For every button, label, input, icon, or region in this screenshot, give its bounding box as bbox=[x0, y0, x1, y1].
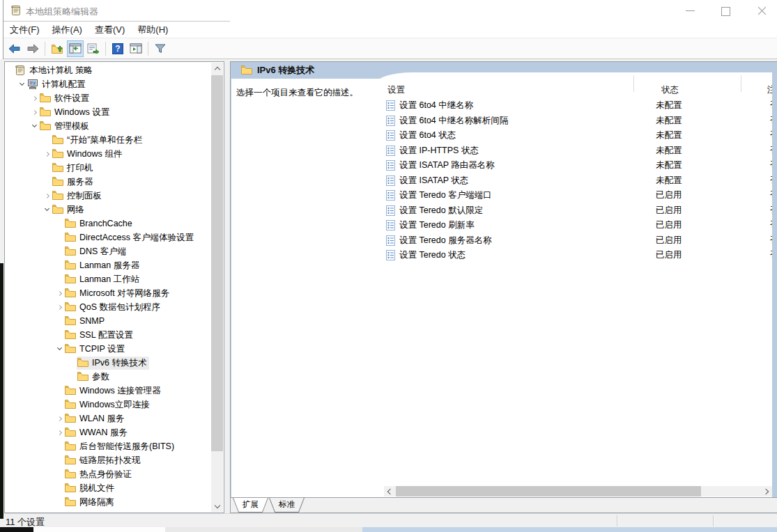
tree-item[interactable]: 软件设置 bbox=[5, 91, 211, 105]
tree-item[interactable]: IPv6 转换技术 bbox=[5, 356, 211, 370]
tree-item[interactable]: “开始”菜单和任务栏 bbox=[5, 133, 211, 147]
column-separator[interactable] bbox=[741, 75, 741, 92]
policy-setting-row[interactable]: 设置 Teredo 默认限定 已启用 否 bbox=[377, 203, 772, 219]
tree-item[interactable]: Windows 组件 bbox=[5, 147, 211, 161]
tree-item-label: 软件设置 bbox=[54, 93, 89, 104]
scroll-left-icon[interactable] bbox=[384, 486, 394, 496]
view-tab[interactable]: 标准 bbox=[269, 498, 305, 513]
tree-item-label: 脱机文件 bbox=[79, 483, 114, 494]
expand-chevron-icon[interactable] bbox=[55, 348, 64, 350]
back-icon[interactable] bbox=[6, 40, 23, 57]
expand-chevron-icon[interactable] bbox=[55, 292, 64, 295]
expand-chevron-icon[interactable] bbox=[17, 84, 26, 85]
scroll-right-icon[interactable] bbox=[762, 486, 772, 496]
tree-item[interactable]: 脱机文件 bbox=[5, 481, 211, 495]
tree-item-label: 链路层拓扑发现 bbox=[79, 455, 141, 467]
policy-setting-row[interactable]: 设置 Teredo 客户端端口 已启用 否 bbox=[377, 188, 772, 203]
list-horizontal-scrollbar[interactable] bbox=[384, 486, 772, 496]
tree-item[interactable]: 管理模板 bbox=[5, 119, 211, 133]
expand-chevron-icon[interactable] bbox=[30, 97, 39, 100]
close-button[interactable] bbox=[746, 0, 777, 21]
policy-setting-icon bbox=[386, 235, 395, 246]
expand-chevron-icon[interactable] bbox=[55, 417, 64, 421]
show-action-pane-icon[interactable] bbox=[128, 40, 144, 57]
tree-item[interactable]: WLAN 服务 bbox=[5, 412, 211, 425]
tree-item[interactable]: 服务器 bbox=[5, 175, 211, 189]
tree-item[interactable]: Windows 连接管理器 bbox=[5, 384, 211, 398]
expand-chevron-icon[interactable] bbox=[43, 194, 52, 198]
expand-chevron-icon[interactable] bbox=[30, 125, 39, 127]
tree-item[interactable]: 后台智能传送服务(BITS) bbox=[5, 439, 211, 453]
tree-item[interactable]: Microsoft 对等网络服务 bbox=[5, 286, 211, 300]
policy-setting-row[interactable]: 设置 ISATAP 路由器名称 未配置 否 bbox=[377, 158, 772, 173]
tree-item[interactable]: SNMP bbox=[5, 314, 211, 328]
tree-item[interactable]: WWAN 服务 bbox=[5, 425, 211, 439]
tree-item-label: 参数 bbox=[92, 371, 109, 383]
policy-setting-row[interactable]: 设置 ISATAP 状态 未配置 否 bbox=[377, 173, 772, 189]
tree-item[interactable]: TCPIP 设置 bbox=[5, 342, 211, 356]
maximize-button[interactable] bbox=[709, 0, 741, 21]
policy-tree: 本地计算机 策略 计算机配置 软件设置 Windows 设置 管理模板 bbox=[5, 63, 211, 509]
menu-item[interactable]: 查看(V) bbox=[89, 22, 131, 38]
scroll-down-icon[interactable] bbox=[211, 501, 223, 512]
view-tab[interactable]: 扩展 bbox=[233, 498, 268, 513]
tree-item[interactable]: Windows 设置 bbox=[5, 105, 211, 119]
tree-item-label: Windows 设置 bbox=[54, 107, 109, 118]
tree-item-icon bbox=[65, 441, 76, 452]
tree-item[interactable]: 网络 bbox=[5, 203, 211, 217]
filter-icon[interactable] bbox=[152, 40, 169, 57]
tree-vertical-scrollbar[interactable] bbox=[211, 63, 223, 512]
expand-chevron-icon[interactable] bbox=[43, 209, 52, 210]
menu-item[interactable]: 帮助(H) bbox=[131, 22, 174, 38]
policy-setting-row[interactable]: 设置 Teredo 刷新率 已启用 否 bbox=[377, 218, 772, 233]
tree-item[interactable]: 控制面板 bbox=[5, 189, 211, 203]
expand-chevron-icon[interactable] bbox=[43, 152, 52, 156]
export-list-icon[interactable] bbox=[85, 40, 102, 57]
tree-item[interactable]: 网络隔离 bbox=[5, 495, 211, 509]
status-separator bbox=[617, 515, 617, 526]
help-icon[interactable] bbox=[109, 40, 126, 57]
policy-setting-row[interactable]: 设置 Teredo 状态 已启用 否 bbox=[377, 248, 772, 263]
tree-item-label: 打印机 bbox=[67, 162, 93, 174]
expand-chevron-icon[interactable] bbox=[30, 111, 39, 114]
policy-setting-row[interactable]: 设置 6to4 中继名称解析间隔 未配置 否 bbox=[377, 114, 772, 129]
column-separator[interactable] bbox=[633, 75, 634, 92]
tree-item[interactable]: 参数 bbox=[5, 370, 211, 384]
minimize-button[interactable] bbox=[675, 0, 706, 21]
expand-chevron-icon[interactable] bbox=[55, 431, 64, 435]
expand-chevron-icon[interactable] bbox=[55, 306, 64, 309]
tree-item[interactable]: BranchCache bbox=[5, 217, 211, 230]
policy-setting-icon bbox=[386, 205, 395, 216]
policy-setting-row[interactable]: 设置 6to4 状态 未配置 否 bbox=[377, 128, 772, 143]
tree-item-label: Windows立即连接 bbox=[79, 399, 150, 411]
tree-item[interactable]: Lanman 服务器 bbox=[5, 258, 211, 272]
tree-item[interactable]: 打印机 bbox=[5, 161, 211, 175]
main-area: 本地计算机 策略 计算机配置 软件设置 Windows 设置 管理模板 bbox=[0, 59, 777, 527]
column-header-state[interactable]: 状态 bbox=[661, 84, 679, 96]
scroll-up-icon[interactable] bbox=[211, 63, 223, 74]
tree-item[interactable]: 本地计算机 策略 bbox=[5, 63, 211, 77]
scrollbar-thumb[interactable] bbox=[396, 486, 701, 496]
tree-item[interactable]: DirectAccess 客户端体验设置 bbox=[5, 230, 211, 244]
policy-setting-row[interactable]: 设置 Teredo 服务器名称 已启用 否 bbox=[377, 233, 772, 249]
policy-setting-row[interactable]: 设置 6to4 中继名称 未配置 否 bbox=[377, 98, 772, 114]
menu-item[interactable]: 操作(A) bbox=[46, 22, 89, 38]
tree-item[interactable]: 热点身份验证 bbox=[5, 467, 211, 481]
up-one-level-icon[interactable] bbox=[49, 40, 66, 57]
tree-item[interactable]: 链路层拓扑发现 bbox=[5, 453, 211, 467]
tree-item[interactable]: DNS 客户端 bbox=[5, 244, 211, 258]
tree-item-label: 热点身份验证 bbox=[79, 469, 132, 480]
tree-item[interactable]: SSL 配置设置 bbox=[5, 328, 211, 342]
column-header-setting[interactable]: 设置 bbox=[387, 84, 405, 96]
tree-item[interactable]: 计算机配置 bbox=[5, 77, 211, 91]
forward-icon[interactable] bbox=[24, 40, 41, 57]
policy-setting-row[interactable]: 设置 IP-HTTPS 状态 未配置 否 bbox=[377, 143, 772, 159]
scrollbar-thumb[interactable] bbox=[211, 75, 223, 451]
show-console-tree-icon[interactable] bbox=[67, 40, 84, 57]
tree-item[interactable]: Lanman 工作站 bbox=[5, 272, 211, 286]
tree-item[interactable]: QoS 数据包计划程序 bbox=[5, 300, 211, 314]
menu-item[interactable]: 文件(F) bbox=[3, 22, 46, 38]
policy-setting-comment: 否 bbox=[770, 115, 772, 127]
tree-item[interactable]: Windows立即连接 bbox=[5, 398, 211, 412]
column-header-comment[interactable]: 注释 bbox=[767, 84, 772, 96]
